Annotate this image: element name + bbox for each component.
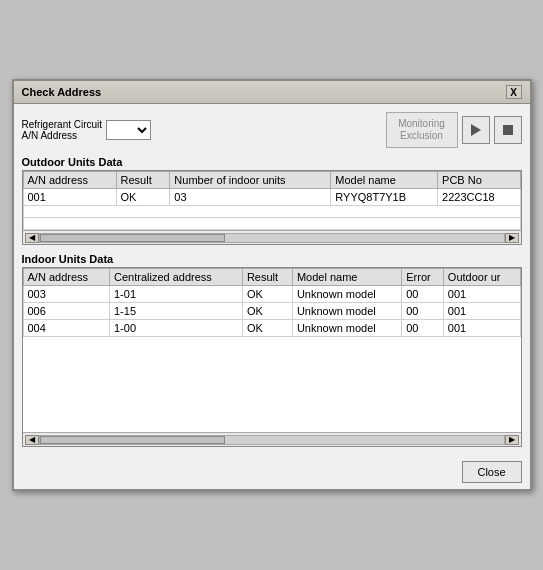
indoor-col-model: Model name <box>292 269 401 286</box>
indoor-cell-model-3: Unknown model <box>292 320 401 337</box>
outdoor-cell-model: RYYQ8T7Y1B <box>331 189 438 206</box>
indoor-scroll-track[interactable] <box>39 435 505 445</box>
table-row: 001 OK 03 RYYQ8T7Y1B 2223CC18 <box>23 189 520 206</box>
circuit-label-line1: Refrigerant Circuit <box>22 119 103 130</box>
outdoor-scroll-left[interactable]: ◀ <box>25 233 39 243</box>
title-bar: Check Address X <box>14 81 530 104</box>
indoor-section-label: Indoor Units Data <box>22 253 522 265</box>
outdoor-col-num-indoor: Number of indoor units <box>170 172 331 189</box>
indoor-cell-cent-3: 1-00 <box>110 320 243 337</box>
outdoor-cell-pcb: 2223CC18 <box>438 189 520 206</box>
outdoor-scroll-track[interactable] <box>39 233 505 243</box>
close-button[interactable]: Close <box>462 461 522 483</box>
indoor-cell-outdoor-3: 001 <box>443 320 520 337</box>
outdoor-table-header: A/N address Result Number of indoor unit… <box>23 172 520 189</box>
check-address-window: Check Address X Refrigerant Circuit A/N … <box>12 79 532 491</box>
stop-button[interactable] <box>494 116 522 144</box>
indoor-cell-result-3: OK <box>242 320 292 337</box>
indoor-table-scroll: A/N address Centralized address Result M… <box>23 268 521 432</box>
table-row-empty2 <box>23 218 520 230</box>
indoor-cell-cent-2: 1-15 <box>110 303 243 320</box>
indoor-scroll-right[interactable]: ▶ <box>505 435 519 445</box>
outdoor-cell-num-indoor: 03 <box>170 189 331 206</box>
indoor-scroll-left[interactable]: ◀ <box>25 435 39 445</box>
indoor-col-error: Error <box>402 269 444 286</box>
indoor-cell-model-1: Unknown model <box>292 286 401 303</box>
outdoor-col-model: Model name <box>331 172 438 189</box>
indoor-scroll-thumb <box>40 436 226 444</box>
outdoor-col-result: Result <box>116 172 170 189</box>
table-row-empty1 <box>23 206 520 218</box>
outdoor-table: A/N address Result Number of indoor unit… <box>23 171 521 230</box>
outdoor-table-body: 001 OK 03 RYYQ8T7Y1B 2223CC18 <box>23 189 520 230</box>
outdoor-header-row: A/N address Result Number of indoor unit… <box>23 172 520 189</box>
indoor-col-result: Result <box>242 269 292 286</box>
indoor-cell-result-1: OK <box>242 286 292 303</box>
window-close-button[interactable]: X <box>506 85 522 99</box>
indoor-cell-outdoor-1: 001 <box>443 286 520 303</box>
action-controls: MonitoringExclusion <box>386 112 522 148</box>
indoor-table-body: 003 1-01 OK Unknown model 00 001 006 1-1… <box>23 286 520 337</box>
circuit-label: Refrigerant Circuit A/N Address <box>22 119 103 141</box>
indoor-col-outdoor: Outdoor ur <box>443 269 520 286</box>
circuit-controls: Refrigerant Circuit A/N Address <box>22 119 152 141</box>
stop-icon <box>503 125 513 135</box>
play-icon <box>471 124 481 136</box>
monitoring-exclusion-label: MonitoringExclusion <box>398 118 445 142</box>
outdoor-table-container: A/N address Result Number of indoor unit… <box>22 170 522 245</box>
indoor-cell-cent-1: 1-01 <box>110 286 243 303</box>
window-title: Check Address <box>22 86 102 98</box>
play-button[interactable] <box>462 116 490 144</box>
indoor-cell-error-2: 00 <box>402 303 444 320</box>
indoor-cell-an-3: 004 <box>23 320 110 337</box>
outdoor-cell-result: OK <box>116 189 170 206</box>
indoor-col-centralized: Centralized address <box>110 269 243 286</box>
indoor-header-row: A/N address Centralized address Result M… <box>23 269 520 286</box>
indoor-cell-error-3: 00 <box>402 320 444 337</box>
outdoor-col-an: A/N address <box>23 172 116 189</box>
outdoor-scrollbar[interactable]: ◀ ▶ <box>23 230 521 244</box>
indoor-col-an: A/N address <box>23 269 110 286</box>
indoor-table: A/N address Centralized address Result M… <box>23 268 521 337</box>
table-row: 003 1-01 OK Unknown model 00 001 <box>23 286 520 303</box>
indoor-table-header: A/N address Centralized address Result M… <box>23 269 520 286</box>
top-controls: Refrigerant Circuit A/N Address Monitori… <box>22 112 522 148</box>
table-row: 006 1-15 OK Unknown model 00 001 <box>23 303 520 320</box>
monitoring-exclusion-button[interactable]: MonitoringExclusion <box>386 112 458 148</box>
indoor-cell-error-1: 00 <box>402 286 444 303</box>
circuit-dropdown[interactable] <box>106 120 151 140</box>
indoor-cell-an-1: 003 <box>23 286 110 303</box>
indoor-cell-an-2: 006 <box>23 303 110 320</box>
outdoor-scroll-right[interactable]: ▶ <box>505 233 519 243</box>
indoor-cell-outdoor-2: 001 <box>443 303 520 320</box>
footer: Close <box>14 455 530 489</box>
outdoor-scroll-thumb <box>40 234 226 242</box>
indoor-cell-model-2: Unknown model <box>292 303 401 320</box>
indoor-table-container: A/N address Centralized address Result M… <box>22 267 522 447</box>
circuit-label-line2: A/N Address <box>22 130 103 141</box>
indoor-cell-result-2: OK <box>242 303 292 320</box>
window-content: Refrigerant Circuit A/N Address Monitori… <box>14 104 530 455</box>
outdoor-col-pcb: PCB No <box>438 172 520 189</box>
outdoor-section-label: Outdoor Units Data <box>22 156 522 168</box>
table-row: 004 1-00 OK Unknown model 00 001 <box>23 320 520 337</box>
indoor-scrollbar[interactable]: ◀ ▶ <box>23 432 521 446</box>
outdoor-cell-an: 001 <box>23 189 116 206</box>
